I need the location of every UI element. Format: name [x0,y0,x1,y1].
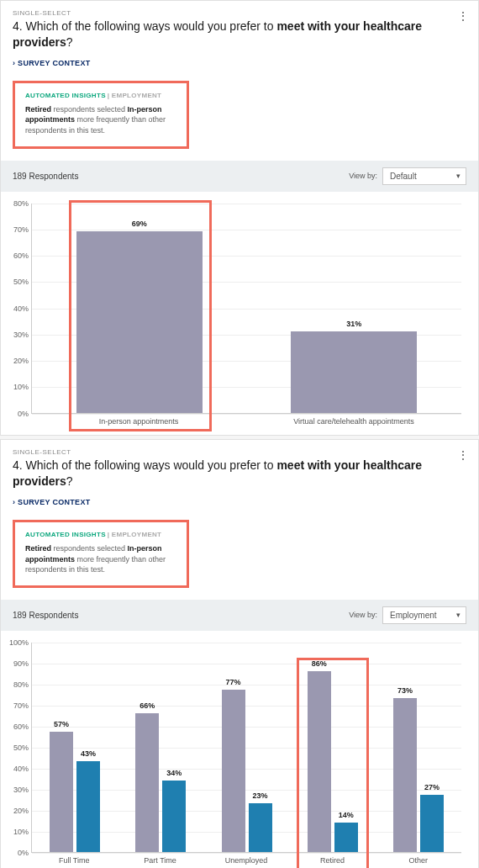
chart-1-wrap: 0%10%20%30%40%50%60%70%80%69%31% In-pers… [1,192,478,436]
y-tick-label: 30% [8,331,29,339]
bar-group: 77%23% [203,690,289,852]
y-tick-label: 40% [8,304,29,313]
insight-mid-1: respondents selected [51,544,128,553]
bar-group: 73%27% [376,698,461,852]
bar-virtual: 14% [334,823,358,852]
bar-inperson: 77% [222,690,245,852]
survey-context-toggle[interactable]: SURVEY CONTEXT [13,59,466,67]
viewby-wrap: View by: Employment [349,606,466,624]
grid-line [32,853,461,854]
bars-row: 57%43%66%34%77%23%86%14%73%27% [32,643,461,852]
bar-group: 31% [247,331,462,413]
y-tick-label: 10% [8,383,29,391]
bar-value: 73% [397,686,413,695]
bar-inperson: 66% [135,713,159,852]
bar-group: 57%43% [32,732,118,852]
bar-value: 66% [139,701,155,710]
chart-2-wrap: 0%10%20%30%40%50%60%70%80%90%100%57%43%6… [1,631,478,868]
insight-text: Retired respondents selected In-person a… [25,543,176,575]
y-tick-label: 0% [8,849,29,857]
question-text: 4. Which of the following ways would you… [13,458,466,490]
question-prefix: 4. Which of the following ways would you… [13,19,276,33]
chart-1-categories: In-person appointmentsVirtual care/teleh… [31,417,461,427]
category-label: RetiredN=42 [289,856,375,868]
bar-inperson: 86% [308,671,331,852]
y-tick-label: 70% [8,225,29,234]
bar-value: 69% [132,220,147,228]
chart-1: 0%10%20%30%40%50%60%70%80%69%31% [31,204,461,414]
result-card-default: ⋮ SINGLE-SELECT 4. Which of the followin… [0,0,479,436]
question-type-tag: SINGLE-SELECT [13,9,466,17]
bar-group: 86%14% [290,671,376,852]
viewby-label: View by: [349,611,377,619]
bar-virtual: 23% [249,803,272,852]
viewby-select[interactable]: Employment [382,606,466,624]
respondent-count: 189 Respondents [13,611,78,620]
category-name: Part Time [144,856,176,865]
bar-value: 43% [81,749,96,758]
viewby-select[interactable]: Default [382,167,466,185]
viewby-label: View by: [349,172,377,180]
bar-virtual: 27% [420,795,444,852]
y-tick-label: 50% [8,278,29,286]
chart-controls: 189 Respondents View by: Employment [1,600,478,631]
bar-value: 14% [339,811,354,819]
bar-virtual: 34% [162,781,186,852]
category-name: Retired [320,856,345,865]
overflow-menu-icon[interactable]: ⋮ [456,9,470,23]
viewby-value: Default [390,172,417,181]
y-tick-label: 60% [8,251,29,260]
insight-tag-right: | EMPLOYMENT [108,531,162,538]
viewby-value: Employment [390,611,437,620]
question-prefix: 4. Which of the following ways would you… [13,458,276,472]
survey-context-toggle[interactable]: SURVEY CONTEXT [13,498,466,506]
y-tick-label: 40% [8,765,29,773]
insight-tag: AUTOMATED INSIGHTS| EMPLOYMENT [25,92,176,99]
bars-row: 69%31% [32,204,461,413]
y-tick-label: 20% [8,807,29,815]
y-tick-label: 80% [8,680,29,689]
automated-insight-box: AUTOMATED INSIGHTS| EMPLOYMENT Retired r… [13,81,189,149]
question-suffix: ? [66,474,73,488]
bar-group: 66%34% [118,713,203,852]
card-header: ⋮ SINGLE-SELECT 4. Which of the followin… [1,440,478,513]
insight-tag-right: | EMPLOYMENT [108,92,162,99]
y-tick-label: 90% [8,659,29,668]
question-suffix: ? [66,35,73,49]
category-label: OtherN=37 [376,856,461,868]
insight-text: Retired respondents selected In-person a… [25,104,176,136]
result-card-employment: ⋮ SINGLE-SELECT 4. Which of the followin… [0,439,479,868]
bar-inperson: 57% [50,732,73,852]
y-tick-label: 0% [8,410,29,418]
chart-2: 0%10%20%30%40%50%60%70%80%90%100%57%43%6… [31,643,461,853]
insight-tag-left: AUTOMATED INSIGHTS [25,531,106,538]
bar-value: 86% [312,659,327,668]
category-name: Full Time [59,856,90,865]
category-name: Unemployed [225,856,268,865]
category-label: Part TimeN=32 [117,856,203,868]
category-label: UnemployedN=13 [203,856,289,868]
respondent-count: 189 Respondents [13,172,78,181]
insight-tag: AUTOMATED INSIGHTS| EMPLOYMENT [25,531,176,538]
category-label: Virtual care/telehealth appointments [246,417,461,427]
bar: 69% [76,231,203,413]
y-tick-label: 70% [8,701,29,710]
card-header: ⋮ SINGLE-SELECT 4. Which of the followin… [1,1,478,74]
chart-controls: 189 Respondents View by: Default [1,161,478,192]
bar-value: 31% [346,320,361,328]
category-label: Full TimeN=65 [31,856,117,868]
question-type-tag: SINGLE-SELECT [13,448,466,456]
insight-mid-1: respondents selected [51,105,128,114]
viewby-wrap: View by: Default [349,167,466,185]
question-text: 4. Which of the following ways would you… [13,19,466,50]
y-tick-label: 30% [8,786,29,794]
bar-inperson: 73% [393,698,417,852]
grid-line [32,414,461,415]
bar-value: 34% [166,769,182,777]
bar-value: 27% [424,783,440,791]
y-tick-label: 10% [8,828,29,836]
bar-value: 77% [225,678,240,686]
overflow-menu-icon[interactable]: ⋮ [456,448,470,462]
chart-2-categories: Full TimeN=65Part TimeN=32UnemployedN=13… [31,856,461,868]
bar-group: 69% [32,231,247,413]
